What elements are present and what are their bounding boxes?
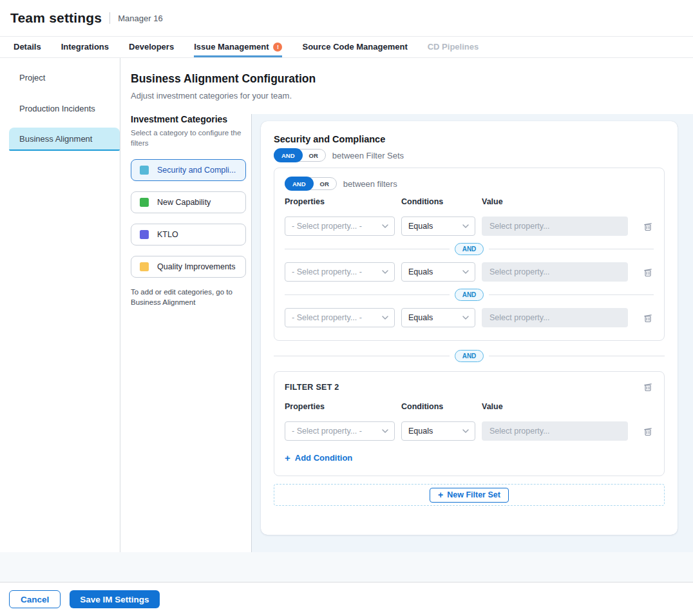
divider-line bbox=[489, 249, 654, 249]
tab-details[interactable]: Details bbox=[14, 37, 41, 57]
select-value: Equals bbox=[408, 222, 433, 231]
and-connector-pill: AND bbox=[455, 243, 484, 255]
delete-filter-button[interactable] bbox=[642, 220, 654, 233]
chevron-down-icon bbox=[462, 224, 469, 228]
between-sets-toggle-row: AND OR between Filter Sets bbox=[274, 149, 665, 162]
team-settings-page: Team settings Manager 16 Details Integra… bbox=[0, 0, 693, 616]
select-value: Equals bbox=[408, 427, 433, 436]
value-input[interactable] bbox=[482, 217, 628, 236]
add-condition-label: Add Condition bbox=[295, 453, 353, 463]
between-filters-toggle-row: AND OR between filters bbox=[285, 177, 654, 190]
chevron-down-icon bbox=[462, 270, 469, 274]
chevron-down-icon bbox=[462, 429, 469, 433]
tab-label: Issue Management bbox=[194, 42, 269, 52]
toggle-and-option[interactable]: AND bbox=[285, 177, 314, 191]
new-filter-set-button[interactable]: + New Filter Set bbox=[430, 488, 509, 503]
tab-developers[interactable]: Developers bbox=[129, 37, 174, 57]
and-or-toggle: AND OR bbox=[274, 149, 326, 162]
alert-badge-icon: ! bbox=[273, 43, 282, 52]
filter-set-2-header: FILTER SET 2 bbox=[285, 381, 654, 393]
category-color-swatch bbox=[140, 166, 149, 175]
value-input[interactable] bbox=[482, 421, 628, 441]
filter-row: - Select property... - Equals bbox=[285, 217, 654, 236]
select-value: Equals bbox=[408, 267, 433, 276]
trash-icon bbox=[643, 222, 652, 231]
trash-icon bbox=[643, 382, 652, 392]
delete-filter-button[interactable] bbox=[642, 425, 654, 438]
condition-select[interactable]: Equals bbox=[401, 421, 475, 441]
categories-list: Security and Compli... New Capability KT… bbox=[131, 159, 248, 278]
divider-line bbox=[285, 294, 450, 295]
tab-label: Developers bbox=[129, 42, 174, 52]
tab-bar: Details Integrations Developers Issue Ma… bbox=[0, 37, 693, 58]
settings-sidebar: Project Production Incidents Business Al… bbox=[0, 58, 120, 552]
sidebar-item-production-incidents[interactable]: Production Incidents bbox=[19, 104, 95, 113]
property-select[interactable]: - Select property... - bbox=[285, 217, 395, 236]
page-title: Team settings bbox=[10, 10, 102, 26]
conditions-column-header: Conditions bbox=[401, 402, 475, 411]
filter-set-2-title: FILTER SET 2 bbox=[285, 381, 339, 392]
value-input[interactable] bbox=[482, 308, 628, 327]
toggle-or-option[interactable]: OR bbox=[313, 177, 336, 190]
tab-integrations[interactable]: Integrations bbox=[61, 37, 109, 57]
divider-line bbox=[285, 249, 450, 249]
properties-column-header: Properties bbox=[285, 402, 395, 411]
property-select[interactable]: - Select property... - bbox=[285, 308, 395, 327]
chevron-down-icon bbox=[382, 270, 388, 274]
sidebar-item-business-alignment[interactable]: Business Alignment bbox=[9, 128, 120, 151]
tab-label: Details bbox=[14, 42, 41, 52]
delete-filter-button[interactable] bbox=[642, 266, 654, 278]
category-button-ktlo[interactable]: KTLO bbox=[131, 224, 246, 245]
delete-filter-button[interactable] bbox=[642, 312, 654, 324]
investment-categories-panel: Investment Categories Select a category … bbox=[131, 114, 248, 307]
trash-icon bbox=[643, 427, 652, 436]
tab-label: Source Code Management bbox=[302, 42, 407, 52]
divider-line bbox=[274, 356, 450, 356]
category-button-security-and-compliance[interactable]: Security and Compli... bbox=[131, 159, 246, 181]
new-filter-set-dropzone: + New Filter Set bbox=[274, 484, 665, 506]
chevron-down-icon bbox=[382, 316, 388, 320]
value-input[interactable] bbox=[482, 262, 628, 282]
sidebar-item-project[interactable]: Project bbox=[19, 73, 45, 82]
category-button-new-capability[interactable]: New Capability bbox=[131, 191, 246, 213]
condition-select[interactable]: Equals bbox=[401, 308, 475, 327]
toggle-and-option[interactable]: AND bbox=[274, 148, 303, 162]
save-im-settings-button[interactable]: Save IM Settings bbox=[70, 590, 159, 608]
filter-row: - Select property... - Equals bbox=[285, 421, 654, 441]
column-headers: Properties Conditions Value bbox=[285, 197, 654, 206]
filter-set-1: AND OR between filters Properties Condit… bbox=[274, 168, 665, 341]
property-select[interactable]: - Select property... - bbox=[285, 262, 395, 282]
column-headers: Properties Conditions Value bbox=[285, 402, 654, 411]
tab-label: CD Pipelines bbox=[428, 42, 479, 52]
cancel-button[interactable]: Cancel bbox=[9, 590, 61, 608]
divider-line bbox=[489, 356, 665, 356]
category-color-swatch bbox=[140, 230, 149, 239]
filter-set-2: FILTER SET 2 Properties Conditions Value… bbox=[274, 371, 665, 476]
filter-row: - Select property... - Equals bbox=[285, 262, 654, 282]
property-select[interactable]: - Select property... - bbox=[285, 421, 395, 441]
new-filter-set-label: New Filter Set bbox=[447, 490, 500, 499]
title-divider bbox=[109, 12, 110, 24]
toggle-or-option[interactable]: OR bbox=[302, 149, 325, 162]
category-button-quality-improvements[interactable]: Quality Improvements bbox=[131, 256, 246, 278]
tab-source-code-management[interactable]: Source Code Management bbox=[302, 37, 407, 57]
category-label: Quality Improvements bbox=[157, 262, 236, 271]
value-column-header: Value bbox=[482, 197, 628, 206]
and-connector-pill: AND bbox=[455, 289, 484, 301]
categories-heading: Investment Categories bbox=[131, 114, 248, 124]
select-placeholder: - Select property... - bbox=[292, 222, 362, 231]
condition-select[interactable]: Equals bbox=[401, 262, 475, 282]
categories-footnote: To add or edit categories, go to Busines… bbox=[131, 287, 242, 307]
conditions-column-header: Conditions bbox=[401, 197, 475, 206]
add-condition-button[interactable]: + Add Condition bbox=[285, 453, 352, 463]
condition-select[interactable]: Equals bbox=[401, 217, 475, 236]
category-color-swatch bbox=[140, 262, 149, 271]
value-column-header: Value bbox=[482, 402, 628, 411]
footer-spacer-strip bbox=[0, 552, 693, 582]
delete-filter-set-button[interactable] bbox=[642, 381, 654, 393]
divider-line bbox=[489, 294, 654, 295]
chevron-down-icon bbox=[462, 316, 469, 320]
tab-issue-management[interactable]: Issue Management ! bbox=[194, 37, 282, 57]
select-placeholder: - Select property... - bbox=[292, 427, 362, 436]
and-connector: AND bbox=[285, 289, 654, 301]
